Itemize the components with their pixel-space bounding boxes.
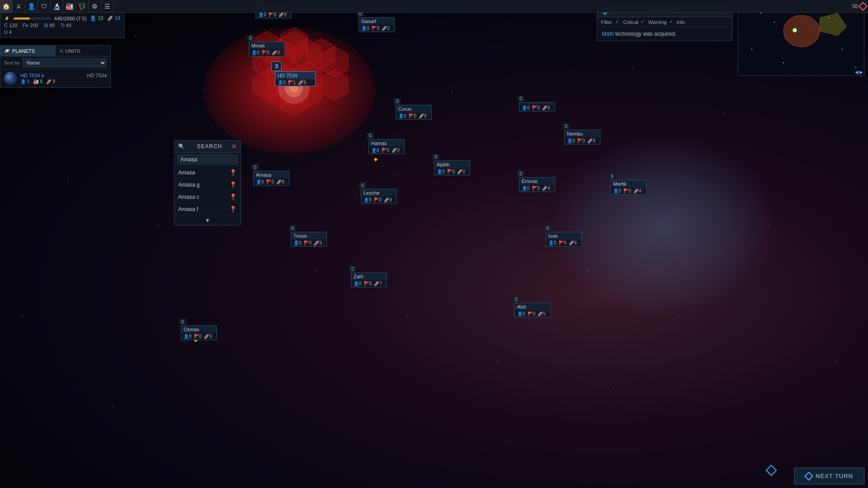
svg-point-34 <box>760 13 761 14</box>
svg-point-40 <box>783 62 784 63</box>
units-tab-icon: ⚔ <box>59 48 64 54</box>
panel-tabs: 🪐 PLANETS ⚔ UNITS <box>0 46 110 56</box>
planet-card-osmas[interactable]: 0 Osmas 👤0 🚩0 🚀9 <box>181 325 217 340</box>
locate-icon-1: 📍 <box>229 169 237 176</box>
toolbar-menu-icon[interactable]: ☰ <box>101 0 114 13</box>
bottom-right-diamond[interactable] <box>767 466 775 474</box>
planet-card-mmali[interactable]: 0 Mmali 👤0 🚩0 🚀0 <box>249 42 285 56</box>
search-result-amasa[interactable]: Amasa 📍 <box>175 167 241 179</box>
toolbar-trade-icon[interactable]: 💱 <box>76 0 89 13</box>
planet-card-gasarf[interactable]: 0 Gasarf 👤0 🚩0 🚀0 <box>359 17 395 32</box>
minimap-controls: ◀ ▶ <box>855 70 863 75</box>
svg-point-37 <box>842 49 843 50</box>
next-turn-button[interactable]: NEXT TURN <box>794 468 864 484</box>
mineral-u: U 4 <box>4 29 12 35</box>
mineral-c: C 120 <box>4 23 17 28</box>
toolbar-shield-icon[interactable]: 🛡 <box>38 0 51 13</box>
warning-label: Warning <box>648 19 667 25</box>
planet-stats: 👤 3 🏭 8 🚀 9 <box>20 79 107 84</box>
svg-point-30 <box>783 15 820 47</box>
left-panel: 🪐 PLANETS ⚔ UNITS Sort by Name Populatio… <box>0 45 111 88</box>
minimap-scroll-right[interactable]: ▶ <box>859 70 863 75</box>
sort-row: Sort by Name Population Ships <box>0 56 110 70</box>
search-result-amasa-c[interactable]: Amasa c 📍 <box>175 191 241 203</box>
search-result-amasa-g[interactable]: Amasa g 📍 <box>175 179 241 191</box>
toolbar-home-icon[interactable]: 🏠 <box>0 0 13 13</box>
ship-stat: 🚀 9 <box>46 79 55 84</box>
filter-info[interactable]: Info <box>677 19 685 25</box>
build-stat: 🏭 8 <box>33 79 42 84</box>
sort-label: Sort by <box>4 60 20 66</box>
filter-warning[interactable]: Warning✓ <box>648 19 673 25</box>
red-nebula <box>203 27 375 154</box>
population-count: 👤 15 <box>90 15 103 21</box>
planet-info: HD 7534 e HD 7534 👤 3 🏭 8 🚀 9 <box>20 73 107 84</box>
svg-point-38 <box>855 67 856 68</box>
svg-point-32 <box>793 29 796 32</box>
search-close-button[interactable]: ✕ <box>231 143 237 150</box>
toolbar-research-icon[interactable]: 🔬 <box>51 0 63 13</box>
locate-icon-3: 📍 <box>229 193 237 201</box>
energy-row: ⚡ 445/1000 (7.5) 👤 15 🚀 19 <box>4 15 120 21</box>
mineral-ti: Ti 40 <box>61 23 71 28</box>
planet-card-nembu[interactable]: 0 Nembu 👤0 🚩0 🚀9 <box>564 130 600 145</box>
mineral-si: Si 80 <box>44 23 55 28</box>
pop-stat: 👤 3 <box>20 79 29 84</box>
planet-card-unknown-right[interactable]: 0 👤0 🚩0 🚀6 <box>519 102 555 112</box>
toolbar-settings-icon[interactable]: ⚙ <box>89 0 101 13</box>
tab-units[interactable]: ⚔ UNITS <box>56 46 111 56</box>
top-toolbar: 🏠 ⚔ 👤 🛡 🔬 🏭 💱 ⚙ ☰ 56 <box>0 0 868 13</box>
toolbar-colonist-icon[interactable]: 👤 <box>25 0 38 13</box>
mineral-fe: Fe 200 <box>23 23 38 28</box>
planet-card-triuse[interactable]: 0 Triuse 👤0 🚩0 🚀9 <box>291 232 327 247</box>
planet-card-curux[interactable]: 0 Curux 👤0 🚩0 🚀9 <box>396 105 432 120</box>
svg-point-25 <box>7 75 10 79</box>
planet-system-name: HD 7534 e <box>20 73 44 78</box>
planet-card-abit[interactable]: 0 Abit 👤0 🚩0 🚀5 <box>514 303 551 318</box>
turn-counter: 56 <box>852 3 866 9</box>
minimap-content: ◀ ▶ <box>738 4 864 75</box>
planet-avatar <box>4 72 17 84</box>
planet-list-item[interactable]: HD 7534 e HD 7534 👤 3 🏭 8 🚀 9 <box>0 70 110 87</box>
turn-number: 56 <box>852 3 858 9</box>
search-panel: 🔍 SEARCH ✕ Amasa 📍 Amasa g 📍 Amasa c 📍 A… <box>174 140 241 225</box>
planet-card-iuse[interactable]: 0 Iuse 👤0 🚩0 🚀6 <box>546 232 582 247</box>
filter-critical[interactable]: Critical✓ <box>623 19 645 25</box>
minimap-scroll-left[interactable]: ◀ <box>855 70 859 75</box>
svg-point-36 <box>828 17 829 18</box>
search-input[interactable] <box>177 155 238 164</box>
minimap-svg <box>738 4 864 76</box>
tech-name: Math <box>602 31 614 37</box>
quit-button[interactable] <box>859 2 868 11</box>
search-header: 🔍 SEARCH ✕ <box>175 141 241 153</box>
blue-nebula <box>552 136 778 316</box>
toolbar-military-icon[interactable]: ⚔ <box>13 0 25 13</box>
minimap[interactable]: ◀ ▶ <box>738 4 864 76</box>
tab-planets[interactable]: 🪐 PLANETS <box>0 46 56 56</box>
energy-bar-fill <box>14 18 30 19</box>
planet-parent-id: HD 7534 <box>87 73 107 78</box>
planet-card-hd7534[interactable]: 3 HD 7534 👤0 🚩1 🚀6 <box>275 71 316 86</box>
minerals-row2: U 4 <box>4 29 120 35</box>
planet-card-ajabb[interactable]: 0 Ajabb 👤0 🚩0 🚀0 <box>434 160 470 175</box>
planet-card-hamas[interactable]: 0 Hamas 👤0 🚩0 🚀0 <box>368 139 405 154</box>
svg-point-39 <box>751 49 752 50</box>
energy-text: 445/1000 (7.5) <box>54 16 87 21</box>
next-turn-label: NEXT TURN <box>816 473 853 479</box>
ships-count: 🚀 19 <box>107 15 120 21</box>
report-message: Math technology was acquired. <box>597 27 732 41</box>
planet-card-emmar[interactable]: 0 Emmar 👤0 🚩0 🚀4 <box>519 177 555 192</box>
search-title: SEARCH <box>188 143 231 150</box>
svg-point-26 <box>10 78 14 83</box>
planet-card-zath[interactable]: 0 Zath 👤0 🚩0 🚀7 <box>351 272 387 287</box>
minerals-row: C 120 Fe 200 Si 80 Ti 40 <box>4 23 120 28</box>
search-input-row <box>175 153 241 167</box>
planet-card-amasa[interactable]: 0 Amasa 👤0 🚩0 🚀8 <box>253 171 289 186</box>
planet-card-lesche[interactable]: 0 Lesche 👤0 🚩0 🚀9 <box>361 189 397 204</box>
search-result-amasa-f[interactable]: Amasa f 📍 <box>175 203 241 216</box>
sort-select[interactable]: Name Population Ships <box>23 58 107 67</box>
search-scroll-down[interactable]: ▼ <box>175 216 241 225</box>
planet-card-marfik[interactable]: 0 Marfik 👤0 🚩0 🚀4 <box>610 180 646 195</box>
toolbar-industry-icon[interactable]: 🏭 <box>63 0 76 13</box>
energy-icon: ⚡ <box>4 16 9 21</box>
